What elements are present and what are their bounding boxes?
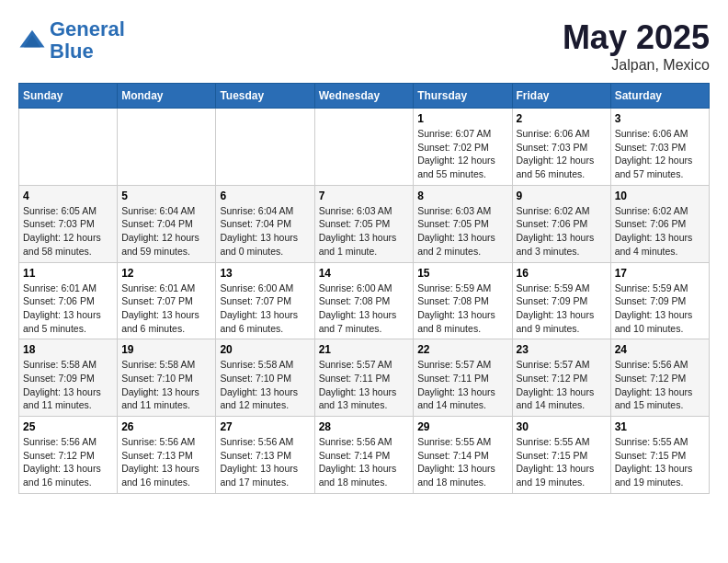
table-row: 1Sunrise: 6:07 AM Sunset: 7:02 PM Daylig… [414,109,512,186]
table-row: 30Sunrise: 5:55 AM Sunset: 7:15 PM Dayli… [512,417,610,494]
day-number: 19 [121,343,211,356]
day-number: 5 [121,190,211,202]
day-info: Sunrise: 6:06 AM Sunset: 7:03 PM Dayligh… [615,127,705,181]
day-number: 27 [220,420,310,433]
calendar-week-row: 25Sunrise: 5:56 AM Sunset: 7:12 PM Dayli… [19,417,710,494]
calendar-header-row: Sunday Monday Tuesday Wednesday Thursday… [19,84,710,109]
day-number: 4 [23,190,113,202]
location: Jalpan, Mexico [563,57,710,74]
day-number: 22 [417,343,507,356]
table-row: 31Sunrise: 5:55 AM Sunset: 7:15 PM Dayli… [610,417,709,494]
col-monday: Monday [118,84,216,109]
day-info: Sunrise: 6:04 AM Sunset: 7:04 PM Dayligh… [121,204,211,259]
calendar-week-row: 1Sunrise: 6:07 AM Sunset: 7:02 PM Daylig… [19,109,710,186]
day-info: Sunrise: 5:59 AM Sunset: 7:09 PM Dayligh… [517,282,607,336]
day-info: Sunrise: 5:57 AM Sunset: 7:12 PM Dayligh… [517,358,607,412]
day-info: Sunrise: 5:55 AM Sunset: 7:14 PM Dayligh… [417,435,507,489]
table-row: 3Sunrise: 6:06 AM Sunset: 7:03 PM Daylig… [610,109,709,186]
day-info: Sunrise: 5:56 AM Sunset: 7:12 PM Dayligh… [615,358,705,412]
day-number: 11 [23,267,113,280]
day-number: 7 [319,190,410,202]
table-row: 29Sunrise: 5:55 AM Sunset: 7:14 PM Dayli… [414,417,512,494]
day-number: 14 [319,267,410,280]
table-row: 9Sunrise: 6:02 AM Sunset: 7:06 PM Daylig… [512,185,610,262]
day-number: 2 [517,112,607,125]
day-number: 21 [319,343,410,356]
day-info: Sunrise: 6:03 AM Sunset: 7:05 PM Dayligh… [417,204,507,259]
table-row: 14Sunrise: 6:00 AM Sunset: 7:08 PM Dayli… [314,262,414,339]
day-info: Sunrise: 6:02 AM Sunset: 7:06 PM Dayligh… [517,204,607,259]
table-row: 10Sunrise: 6:02 AM Sunset: 7:06 PM Dayli… [610,185,709,262]
table-row: 20Sunrise: 5:58 AM Sunset: 7:10 PM Dayli… [216,339,314,417]
day-number: 13 [220,267,310,280]
table-row: 13Sunrise: 6:00 AM Sunset: 7:07 PM Dayli… [216,262,314,339]
day-number: 31 [615,420,705,433]
table-row: 12Sunrise: 6:01 AM Sunset: 7:07 PM Dayli… [118,262,216,339]
day-info: Sunrise: 5:57 AM Sunset: 7:11 PM Dayligh… [319,358,410,412]
day-info: Sunrise: 5:59 AM Sunset: 7:09 PM Dayligh… [615,282,705,336]
table-row [19,109,118,186]
table-row: 16Sunrise: 5:59 AM Sunset: 7:09 PM Dayli… [512,262,610,339]
day-number: 12 [121,267,211,280]
day-info: Sunrise: 5:57 AM Sunset: 7:11 PM Dayligh… [417,358,507,412]
table-row: 21Sunrise: 5:57 AM Sunset: 7:11 PM Dayli… [314,339,414,417]
day-number: 15 [417,267,507,280]
table-row: 17Sunrise: 5:59 AM Sunset: 7:09 PM Dayli… [610,262,709,339]
calendar-week-row: 11Sunrise: 6:01 AM Sunset: 7:06 PM Dayli… [19,262,710,339]
day-number: 29 [417,420,507,433]
table-row: 4Sunrise: 6:05 AM Sunset: 7:03 PM Daylig… [19,185,118,262]
table-row: 7Sunrise: 6:03 AM Sunset: 7:05 PM Daylig… [314,185,414,262]
day-info: Sunrise: 6:06 AM Sunset: 7:03 PM Dayligh… [517,127,607,181]
table-row [216,109,314,186]
table-row [118,109,216,186]
table-row: 26Sunrise: 5:56 AM Sunset: 7:13 PM Dayli… [118,417,216,494]
calendar-week-row: 18Sunrise: 5:58 AM Sunset: 7:09 PM Dayli… [19,339,710,417]
title-block: May 2025 Jalpan, Mexico [563,18,710,74]
day-number: 28 [319,420,410,433]
day-number: 3 [615,112,705,125]
day-number: 20 [220,343,310,356]
logo-icon [18,27,46,54]
day-info: Sunrise: 6:00 AM Sunset: 7:07 PM Dayligh… [220,282,310,336]
logo-line2: Blue [50,40,94,63]
table-row: 8Sunrise: 6:03 AM Sunset: 7:05 PM Daylig… [414,185,512,262]
day-info: Sunrise: 5:56 AM Sunset: 7:14 PM Dayligh… [319,435,410,489]
day-info: Sunrise: 6:00 AM Sunset: 7:08 PM Dayligh… [319,282,410,336]
col-wednesday: Wednesday [314,84,414,109]
table-row: 5Sunrise: 6:04 AM Sunset: 7:04 PM Daylig… [118,185,216,262]
page-header: General Blue May 2025 Jalpan, Mexico [18,18,710,74]
day-info: Sunrise: 6:02 AM Sunset: 7:06 PM Dayligh… [615,204,705,259]
calendar: Sunday Monday Tuesday Wednesday Thursday… [18,83,710,494]
col-saturday: Saturday [610,84,709,109]
day-number: 26 [121,420,211,433]
day-info: Sunrise: 5:56 AM Sunset: 7:13 PM Dayligh… [220,435,310,489]
day-info: Sunrise: 6:03 AM Sunset: 7:05 PM Dayligh… [319,204,410,259]
table-row: 28Sunrise: 5:56 AM Sunset: 7:14 PM Dayli… [314,417,414,494]
day-number: 8 [417,190,507,202]
day-info: Sunrise: 5:55 AM Sunset: 7:15 PM Dayligh… [615,435,705,489]
table-row: 22Sunrise: 5:57 AM Sunset: 7:11 PM Dayli… [414,339,512,417]
table-row: 11Sunrise: 6:01 AM Sunset: 7:06 PM Dayli… [19,262,118,339]
day-number: 30 [517,420,607,433]
month-title: May 2025 [563,18,710,57]
table-row: 15Sunrise: 5:59 AM Sunset: 7:08 PM Dayli… [414,262,512,339]
day-info: Sunrise: 6:05 AM Sunset: 7:03 PM Dayligh… [23,204,113,259]
day-number: 9 [517,190,607,202]
day-info: Sunrise: 5:56 AM Sunset: 7:12 PM Dayligh… [23,435,113,489]
col-friday: Friday [512,84,610,109]
day-info: Sunrise: 5:56 AM Sunset: 7:13 PM Dayligh… [121,435,211,489]
table-row: 19Sunrise: 5:58 AM Sunset: 7:10 PM Dayli… [118,339,216,417]
day-info: Sunrise: 5:55 AM Sunset: 7:15 PM Dayligh… [517,435,607,489]
table-row: 23Sunrise: 5:57 AM Sunset: 7:12 PM Dayli… [512,339,610,417]
logo: General Blue [18,18,125,63]
day-number: 18 [23,343,113,356]
day-number: 1 [417,112,507,125]
col-thursday: Thursday [414,84,512,109]
day-info: Sunrise: 6:07 AM Sunset: 7:02 PM Dayligh… [417,127,507,181]
logo-line1: General [50,17,125,40]
day-info: Sunrise: 5:59 AM Sunset: 7:08 PM Dayligh… [417,282,507,336]
calendar-week-row: 4Sunrise: 6:05 AM Sunset: 7:03 PM Daylig… [19,185,710,262]
logo-text: General Blue [50,18,125,63]
col-sunday: Sunday [19,84,118,109]
table-row: 27Sunrise: 5:56 AM Sunset: 7:13 PM Dayli… [216,417,314,494]
